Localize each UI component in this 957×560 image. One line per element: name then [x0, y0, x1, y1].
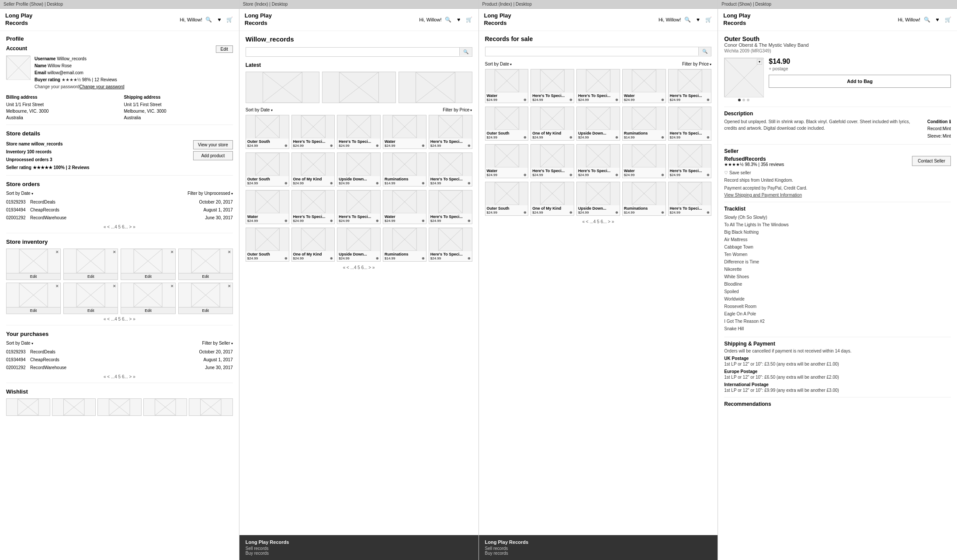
view-shipping-link[interactable]: View Shipping and Payment Information: [724, 193, 951, 197]
search-icon[interactable]: 🔍: [923, 16, 931, 24]
add-to-bag-icon[interactable]: ⊕: [569, 173, 572, 177]
add-to-bag-icon[interactable]: ⊕: [569, 211, 572, 214]
add-to-bag-icon[interactable]: ⊕: [330, 256, 333, 260]
add-product-button[interactable]: Add product: [193, 151, 233, 160]
inventory-pagination[interactable]: « < ...4 5 6... > »: [6, 317, 233, 321]
add-to-bag-icon[interactable]: ⊕: [707, 98, 710, 102]
view-store-button[interactable]: View your store: [193, 140, 233, 149]
image-dropdown[interactable]: ▾: [757, 59, 762, 65]
add-to-bag-icon[interactable]: ⊕: [422, 144, 425, 148]
remove-icon[interactable]: ✕: [228, 284, 231, 288]
inventory-edit-button[interactable]: Edit: [7, 273, 60, 280]
edit-account-button[interactable]: Edit: [216, 45, 233, 53]
add-to-bag-icon[interactable]: ⊕: [707, 211, 710, 214]
remove-icon[interactable]: ✕: [113, 250, 116, 254]
add-to-bag-icon[interactable]: ⊕: [615, 98, 618, 102]
add-to-bag-icon[interactable]: ⊕: [615, 173, 618, 177]
add-to-bag-icon[interactable]: ⊕: [376, 219, 379, 223]
add-to-bag-icon[interactable]: ⊕: [468, 144, 471, 148]
add-to-bag-icon[interactable]: ⊕: [524, 211, 527, 214]
buy-records-link[interactable]: Buy records: [485, 551, 712, 556]
wishlist-icon[interactable]: ♥: [694, 16, 702, 24]
add-to-bag-icon[interactable]: ⊕: [524, 98, 527, 102]
add-to-bag-icon[interactable]: ⊕: [468, 181, 471, 185]
filter-by-unprocessed[interactable]: Filter by Unprocessed: [187, 191, 233, 196]
cart-icon[interactable]: 🛒: [465, 16, 473, 24]
add-to-bag-icon[interactable]: ⊕: [615, 135, 618, 139]
add-to-bag-icon[interactable]: ⊕: [330, 181, 333, 185]
change-password-link[interactable]: Change your password: [35, 84, 80, 89]
remove-icon[interactable]: ✕: [170, 250, 174, 254]
change-password-text[interactable]: Change your password: [80, 84, 125, 89]
add-to-bag-icon[interactable]: ⊕: [376, 181, 379, 185]
search-icon[interactable]: 🔍: [444, 16, 452, 24]
store-pagination[interactable]: « < ...4 5 6... > »: [246, 265, 472, 270]
add-to-bag-icon[interactable]: ⊕: [661, 173, 664, 177]
buy-records-link[interactable]: Buy records: [246, 551, 472, 556]
add-to-bag-icon[interactable]: ⊕: [330, 144, 333, 148]
remove-icon[interactable]: ✕: [228, 250, 231, 254]
wishlist-icon[interactable]: ♥: [933, 16, 941, 24]
inventory-edit-button[interactable]: Edit: [7, 307, 60, 314]
add-to-bag-icon[interactable]: ⊕: [707, 135, 710, 139]
add-to-bag-icon[interactable]: ⊕: [284, 219, 288, 223]
add-to-bag-icon[interactable]: ⊕: [284, 256, 288, 260]
add-to-bag-icon[interactable]: ⊕: [330, 219, 333, 223]
remove-icon[interactable]: ✕: [113, 284, 116, 288]
add-to-bag-icon[interactable]: ⊕: [468, 219, 471, 223]
product-index-pagination[interactable]: « < ...4 5 6... > »: [485, 219, 712, 224]
wishlist-icon[interactable]: ♥: [215, 16, 223, 24]
sort-by-date[interactable]: Sort by Date: [6, 191, 33, 196]
save-seller-link[interactable]: ♡ Save seller: [724, 170, 951, 175]
add-to-bag-icon[interactable]: ⊕: [524, 173, 527, 177]
add-to-bag-icon[interactable]: ⊕: [284, 144, 288, 148]
add-to-bag-icon[interactable]: ⊕: [661, 211, 664, 214]
search-icon[interactable]: 🔍: [683, 16, 691, 24]
add-to-bag-icon[interactable]: ⊕: [468, 256, 471, 260]
add-to-bag-icon[interactable]: ⊕: [569, 135, 572, 139]
store-sort-by-date[interactable]: Sort by Date: [246, 107, 273, 112]
cart-icon[interactable]: 🛒: [226, 16, 234, 24]
purchases-sort-by-date[interactable]: Sort by Date: [6, 341, 33, 346]
add-to-bag-icon[interactable]: ⊕: [422, 181, 425, 185]
wishlist-icon[interactable]: ♥: [455, 16, 463, 24]
remove-icon[interactable]: ✕: [55, 250, 59, 254]
sell-records-link[interactable]: Sell records: [246, 546, 472, 551]
add-to-bag-icon[interactable]: ⊕: [376, 256, 379, 260]
remove-icon[interactable]: ✕: [55, 284, 59, 288]
sell-records-link[interactable]: Sell records: [485, 546, 712, 551]
product-sort-by-date[interactable]: Sort by Date: [485, 62, 512, 66]
add-to-bag-icon[interactable]: ⊕: [707, 173, 710, 177]
purchases-pagination[interactable]: « < ...4 5 6... > »: [6, 374, 233, 379]
add-to-bag-icon[interactable]: ⊕: [661, 98, 664, 102]
add-to-bag-icon[interactable]: ⊕: [422, 256, 425, 260]
search-icon[interactable]: 🔍: [205, 16, 213, 24]
inventory-edit-button[interactable]: Edit: [64, 273, 118, 280]
inventory-edit-button[interactable]: Edit: [121, 273, 175, 280]
inventory-edit-button[interactable]: Edit: [64, 307, 118, 314]
remove-icon[interactable]: ✕: [170, 284, 174, 288]
contact-seller-button[interactable]: Contact Seller: [912, 156, 951, 166]
cart-icon[interactable]: 🛒: [944, 16, 952, 24]
store-search-input[interactable]: [246, 48, 459, 56]
add-to-bag-icon[interactable]: ⊕: [569, 98, 572, 102]
add-to-bag-icon[interactable]: ⊕: [422, 219, 425, 223]
purchases-filter-by-seller[interactable]: Filter by Seller: [202, 341, 233, 346]
cart-icon[interactable]: 🛒: [704, 16, 712, 24]
add-to-bag-icon[interactable]: ⊕: [376, 144, 379, 148]
dot-2[interactable]: [742, 99, 745, 101]
store-filter-by-price[interactable]: Filter by Price: [443, 107, 472, 112]
inventory-edit-button[interactable]: Edit: [179, 273, 232, 280]
inventory-edit-button[interactable]: Edit: [121, 307, 175, 314]
product-filter-by-price[interactable]: Filter by Price: [682, 62, 711, 66]
add-to-bag-icon[interactable]: ⊕: [661, 135, 664, 139]
inventory-edit-button[interactable]: Edit: [179, 307, 232, 314]
product-search-input[interactable]: [485, 47, 699, 56]
dot-3[interactable]: [747, 99, 749, 101]
product-search-button[interactable]: 🔍: [698, 47, 711, 55]
add-to-bag-icon[interactable]: ⊕: [615, 211, 618, 214]
add-to-bag-icon[interactable]: ⊕: [284, 181, 288, 185]
add-to-bag-button[interactable]: Add to Bag: [769, 75, 951, 88]
add-to-bag-icon[interactable]: ⊕: [524, 135, 527, 139]
dot-1[interactable]: [738, 99, 741, 101]
